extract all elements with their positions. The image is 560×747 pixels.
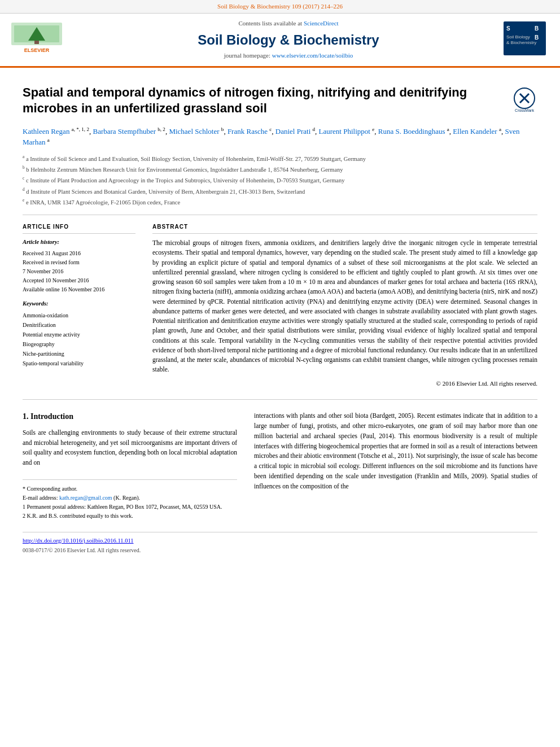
abstract-title: ABSTRACT [152,223,537,234]
journal-center: Contents lists available at ScienceDirec… [73,19,504,60]
footnotes-section: * Corresponding author. E-mail address: … [23,479,237,521]
journal-logo-right: S Soil Biology & Biochemistry B B [504,21,549,58]
crossmark-svg: CrossMark [512,87,537,115]
journal-header-bar: Soil Biology & Biochemistry 109 (2017) 2… [0,0,560,14]
journal-citation: Soil Biology & Biochemistry 109 (2017) 2… [217,3,343,10]
author-prati[interactable]: Daniel Prati [275,127,310,136]
authors-line: Kathleen Regan a, *, 1, 2, Barbara Stemp… [23,126,537,148]
keyword-3: Potential enzyme activity [23,330,135,339]
keyword-5: Niche-partitioning [23,349,135,359]
footnote-email-link[interactable]: kath.regan@gmail.com [59,495,112,501]
keyword-4: Biogeography [23,339,135,349]
body-left-column: 1. Introduction Soils are challenging en… [23,411,237,521]
article-history-label: Article history: [23,238,135,247]
doi-link[interactable]: http://dx.doi.org/10.1016/j.soilbio.2016… [23,538,134,544]
svg-rect-3 [34,41,39,44]
issn-line: 0038-0717/© 2016 Elsevier Ltd. All right… [23,547,537,554]
keyword-2: Denitrification [23,320,135,330]
article-dates: Received 31 August 2016 Received in revi… [23,249,135,294]
svg-text:B: B [535,34,539,41]
doi-line: http://dx.doi.org/10.1016/j.soilbio.2016… [23,537,537,545]
date-revised: 7 November 2016 [23,267,135,276]
homepage-text: journal homepage: [224,52,270,59]
author-kandeler[interactable]: Ellen Kandeler [453,127,497,136]
intro-heading: 1. Introduction [23,411,237,422]
homepage-link[interactable]: www.elsevier.com/locate/soilbio [272,52,353,59]
journal-name: Soil Biology & Biochemistry [73,30,504,50]
abstract-section: ABSTRACT The microbial groups of nitroge… [152,223,537,388]
footnote-corresponding: * Corresponding author. [23,484,237,493]
svg-text:B: B [535,25,539,32]
svg-text:Soil Biology: Soil Biology [506,34,530,40]
contents-line: Contents lists available at ScienceDirec… [73,19,504,28]
main-content: Spatial and temporal dynamics of nitroge… [0,68,560,566]
footnote-1: 1 Permanent postal address: Kathleen Reg… [23,503,237,512]
copyright-line: © 2016 Elsevier Ltd. All rights reserved… [152,379,537,388]
svg-text:& Biochemistry: & Biochemistry [506,40,536,45]
journal-homepage: journal homepage: www.elsevier.com/locat… [73,51,504,60]
intro-right-text: interactions with plants and other soil … [254,411,537,492]
section-divider [23,399,537,400]
author-philippot[interactable]: Laurent Philippot [319,127,370,136]
intro-left-text: Soils are challenging environments to st… [23,428,237,468]
author-rasche[interactable]: Frank Rasche [228,127,268,136]
body-right-column: interactions with plants and other soil … [254,411,537,521]
article-title: Spatial and temporal dynamics of nitroge… [23,85,506,117]
journal-logo-svg: S Soil Biology & Biochemistry B B [504,21,546,55]
author-schloter[interactable]: Michael Schloter [169,127,219,136]
article-info-title: ARTICLE INFO [23,223,135,234]
footnote-email: E-mail address: kath.regan@gmail.com (K.… [23,493,237,503]
affiliations: a a Institute of Soil Science and Land E… [23,154,537,207]
affiliation-a: a a Institute of Soil Science and Land E… [23,154,537,163]
sciencedirect-link[interactable]: ScienceDirect [304,20,339,27]
affiliation-b: b b Helmholtz Zentrum München Research U… [23,164,537,174]
date-online: Available online 16 November 2016 [23,285,135,294]
keywords-list: Ammonia-oxidation Denitrification Potent… [23,311,135,368]
article-info-panel: ARTICLE INFO Article history: Received 3… [23,223,135,388]
journal-header: ELSEVIER Contents lists available at Sci… [0,14,560,67]
svg-text:S: S [506,25,510,32]
keywords-label: Keywords: [23,300,135,308]
affiliation-e: e e INRA, UMR 1347 Agroécologie, F-21065… [23,197,537,207]
svg-text:CrossMark: CrossMark [515,108,534,112]
affiliation-d: d d Institute of Plant Sciences and Bota… [23,186,537,196]
article-title-section: Spatial and temporal dynamics of nitroge… [23,85,537,118]
contents-text: Contents lists available at [238,20,302,27]
affiliation-c: c c Institute of Plant Production and Ag… [23,175,537,185]
keyword-1: Ammonia-oxidation [23,311,135,320]
author-boeddinghaus[interactable]: Runa S. Boeddinghaus [378,127,445,136]
author-stempfhuber[interactable]: Barbara Stempfhuber [93,127,156,136]
elsevier-logo: ELSEVIER [11,23,62,56]
date-revised-label: Received in revised form [23,258,135,267]
crossmark-badge: CrossMark [512,87,537,118]
svg-text:ELSEVIER: ELSEVIER [24,47,50,53]
body-content: 1. Introduction Soils are challenging en… [23,411,537,521]
abstract-text: The microbial groups of nitrogen fixers,… [152,238,537,375]
info-abstract-section: ARTICLE INFO Article history: Received 3… [23,215,537,388]
date-received: Received 31 August 2016 [23,249,135,258]
footer-bar: http://dx.doi.org/10.1016/j.soilbio.2016… [23,532,537,554]
footnote-2: 2 K.R. and B.S. contributed equally to t… [23,512,237,521]
date-accepted: Accepted 10 November 2016 [23,276,135,285]
elsevier-logo-svg: ELSEVIER [11,23,62,54]
author-regan[interactable]: Kathleen Regan [23,127,69,136]
keyword-6: Spatio-temporal variability [23,359,135,368]
